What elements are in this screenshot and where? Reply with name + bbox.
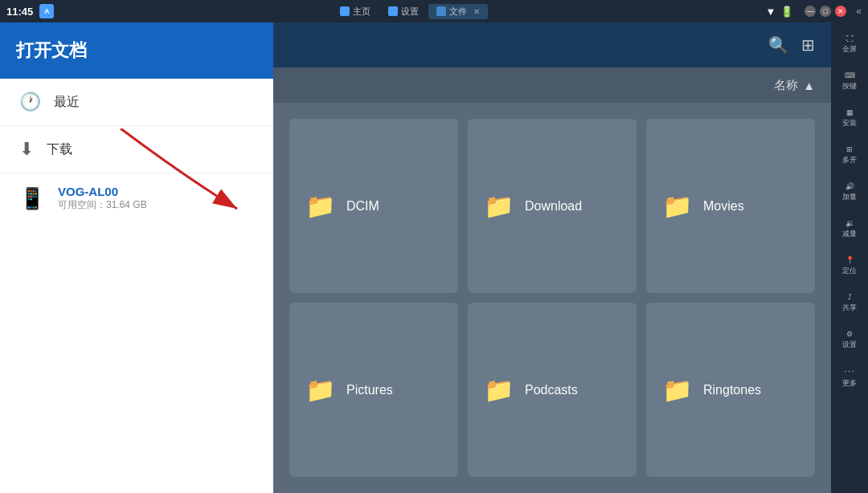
wifi-icon: ▼: [765, 6, 776, 18]
battery-icon: 🔋: [780, 6, 793, 18]
folder-name-download: Download: [525, 199, 582, 214]
right-sidebar: ⛶ 全屏 ⌨ 按键 ▦ 安装 ⊞ 多开 🔊 加量 🔉 减量 📍 定位 ⤴ 共享 …: [831, 22, 868, 493]
search-button[interactable]: 🔍: [768, 35, 788, 55]
more-icon: ···: [844, 365, 854, 377]
recent-icon: 🕐: [19, 92, 41, 112]
folder-name-dcim: DCIM: [346, 199, 379, 214]
logo: A: [39, 4, 54, 18]
volume-down-icon: 🔉: [845, 219, 854, 227]
keyboard-icon: ⌨: [845, 71, 855, 79]
tab-files[interactable]: 文件 ✕: [428, 4, 488, 19]
folder-podcasts[interactable]: 📁 Podcasts: [468, 303, 637, 477]
volume-up-label: 加量: [842, 192, 857, 202]
device-info: VOG-AL00 可用空间：31.64 GB: [58, 185, 147, 212]
panel-title: 打开文档: [16, 39, 87, 63]
folder-dcim[interactable]: 📁 DCIM: [289, 119, 458, 293]
sort-arrow: ▲: [803, 79, 815, 92]
left-panel: 打开文档 🕐 最近 ⬇ 下载 📱 VOG-AL00 可用空间：31.64 GB: [0, 22, 273, 493]
folder-grid: 📁 DCIM 📁 Download 📁 Movies 📁 Pictures 📁: [273, 103, 831, 493]
folder-download[interactable]: 📁 Download: [468, 119, 637, 293]
folder-name-podcasts: Podcasts: [525, 383, 578, 397]
sidebar-fullscreen[interactable]: ⛶ 全屏: [831, 26, 868, 63]
header-actions: 🔍 ⊞: [768, 35, 815, 55]
multi-icon: ⊞: [846, 145, 853, 153]
settings-icon: ⚙: [846, 330, 853, 338]
folder-icon: 📁: [662, 192, 692, 220]
location-label: 定位: [842, 266, 857, 276]
device-item[interactable]: 📱 VOG-AL00 可用空间：31.64 GB: [0, 173, 273, 223]
folder-name-movies: Movies: [703, 199, 744, 214]
more-label: 更多: [842, 378, 857, 389]
top-bar: 11:45 A 主页 设置 文件 ✕ ▼ 🔋 — □ ✕ «: [0, 0, 868, 22]
multi-label: 多开: [842, 155, 857, 165]
share-label: 共享: [842, 303, 857, 313]
folder-name-pictures: Pictures: [346, 383, 393, 397]
volume-down-label: 减量: [842, 229, 857, 239]
sort-label[interactable]: 名称 ▲: [774, 78, 815, 93]
time-display: 11:45: [6, 6, 33, 18]
folder-icon: 📁: [305, 376, 335, 404]
sidebar-more[interactable]: ··· 更多: [831, 358, 868, 395]
nav-item-recent[interactable]: 🕐 最近: [0, 79, 273, 126]
volume-up-icon: 🔊: [845, 182, 854, 190]
grid-view-button[interactable]: ⊞: [801, 35, 815, 55]
folder-icon: 📁: [662, 376, 692, 404]
sort-bar: 名称 ▲: [273, 67, 831, 103]
fullscreen-label: 全屏: [842, 44, 857, 55]
top-bar-right: ▼ 🔋 — □ ✕ «: [765, 6, 862, 18]
folder-movies[interactable]: 📁 Movies: [646, 119, 815, 293]
folder-pictures[interactable]: 📁 Pictures: [289, 303, 458, 477]
folder-icon: 📁: [484, 376, 514, 404]
close-button[interactable]: ✕: [835, 6, 846, 17]
install-label: 安装: [842, 118, 857, 128]
device-icon: 📱: [19, 186, 45, 211]
emulator-tabs: 主页 设置 文件 ✕: [332, 4, 488, 19]
tab-files-label: 文件: [449, 6, 467, 18]
folder-name-ringtones: Ringtones: [703, 383, 761, 397]
sidebar-multi[interactable]: ⊞ 多开: [831, 136, 868, 173]
sidebar-volume-down[interactable]: 🔉 减量: [831, 210, 868, 247]
settings-label: 设置: [842, 340, 857, 350]
share-icon: ⤴: [848, 293, 852, 301]
device-name: VOG-AL00: [58, 185, 147, 198]
tab-home-label: 主页: [353, 6, 371, 18]
sidebar-keyboard[interactable]: ⌨ 按键: [831, 63, 868, 100]
sidebar-toggle[interactable]: «: [856, 6, 862, 17]
sidebar-location[interactable]: 📍 定位: [831, 247, 868, 284]
tab-home[interactable]: 主页: [332, 4, 379, 19]
install-icon: ▦: [846, 108, 854, 116]
panel-header-right: 🔍 ⊞: [273, 22, 831, 67]
sidebar-settings[interactable]: ⚙ 设置: [831, 321, 868, 358]
minimize-button[interactable]: —: [805, 6, 816, 17]
recent-label: 最近: [54, 94, 80, 111]
tab-settings-label: 设置: [401, 6, 419, 18]
folder-icon: 📁: [305, 192, 335, 220]
panel-header: 打开文档: [0, 22, 273, 79]
panel-body: 🕐 最近 ⬇ 下载 📱 VOG-AL00 可用空间：31.64 GB: [0, 79, 273, 493]
folder-icon: 📁: [484, 192, 514, 220]
maximize-button[interactable]: □: [820, 6, 831, 17]
window-controls: — □ ✕: [805, 6, 846, 17]
top-bar-left: 11:45 A: [6, 4, 54, 18]
nav-item-download[interactable]: ⬇ 下载: [0, 126, 273, 173]
sidebar-install[interactable]: ▦ 安装: [831, 100, 868, 136]
keyboard-label: 按键: [842, 81, 857, 92]
download-label: 下载: [47, 141, 72, 158]
device-space: 可用空间：31.64 GB: [58, 198, 147, 212]
sort-name: 名称: [774, 78, 798, 93]
sidebar-volume-up[interactable]: 🔊 加量: [831, 173, 868, 210]
tab-settings[interactable]: 设置: [380, 4, 427, 19]
folder-ringtones[interactable]: 📁 Ringtones: [646, 303, 815, 477]
sidebar-share[interactable]: ⤴ 共享: [831, 284, 868, 321]
download-icon: ⬇: [19, 139, 34, 160]
tab-files-close[interactable]: ✕: [473, 7, 480, 16]
right-panel: 🔍 ⊞ 名称 ▲ 📁 DCIM 📁 Download 📁: [273, 22, 831, 493]
location-icon: 📍: [845, 256, 854, 264]
fullscreen-icon: ⛶: [846, 35, 854, 43]
main-area: 打开文档 🕐 最近 ⬇ 下载 📱 VOG-AL00 可用空间：31.64 GB: [0, 22, 831, 493]
